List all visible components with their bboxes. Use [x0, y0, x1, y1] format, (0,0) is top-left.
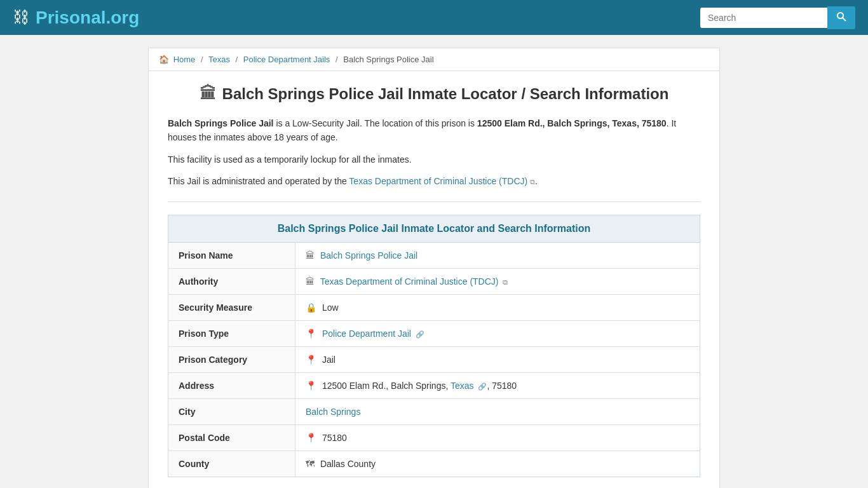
page-title-text: Balch Springs Police Jail Inmate Locator…	[222, 85, 669, 103]
label-county: County	[168, 451, 295, 477]
value-prison-category: 📍 Jail	[295, 346, 700, 372]
authority-link[interactable]: Texas Department of Criminal Justice (TD…	[349, 176, 527, 186]
address-street: 12500 Elam Rd., Balch Springs,	[322, 381, 451, 391]
authority-ext-icon: ⧉	[503, 278, 508, 286]
page-title: 🏛 Balch Springs Police Jail Inmate Locat…	[168, 84, 700, 104]
desc-paragraph-1: Balch Springs Police Jail is a Low-Secur…	[168, 116, 700, 145]
city-link[interactable]: Balch Springs	[306, 407, 360, 417]
label-address: Address	[168, 372, 295, 398]
breadcrumb: 🏠 Home / Texas / Police Department Jails…	[148, 48, 720, 71]
svg-line-1	[843, 18, 846, 21]
security-value: Low	[322, 302, 339, 313]
prison-name-bold: Balch Springs Police Jail	[168, 118, 274, 128]
value-prison-name: 🏛 Balch Springs Police Jail	[295, 243, 700, 269]
table-row: County 🗺 Dallas County	[168, 451, 700, 477]
section-divider	[168, 201, 700, 202]
label-prison-name: Prison Name	[168, 243, 295, 269]
desc1: is a Low-Security Jail. The location of …	[274, 118, 477, 128]
table-row: Prison Category 📍 Jail	[168, 346, 700, 372]
table-body: Prison Name 🏛 Balch Springs Police Jail …	[168, 243, 700, 477]
desc-paragraph-2: This facility is used as a temporarily l…	[168, 152, 700, 166]
table-row: Prison Type 📍 Police Department Jail 🔗	[168, 320, 700, 346]
value-security: 🔒 Low	[295, 294, 700, 320]
address-icon: 📍	[306, 381, 316, 391]
breadcrumb-sep1: /	[201, 55, 203, 64]
security-icon: 🔒	[306, 302, 316, 313]
site-header: ⛓ Prisonal.org	[0, 0, 868, 35]
table-row: Security Measure 🔒 Low	[168, 294, 700, 320]
breadcrumb-current: Balch Springs Police Jail	[343, 55, 433, 64]
label-prison-type: Prison Type	[168, 320, 295, 346]
breadcrumb-state[interactable]: Texas	[208, 55, 230, 64]
table-row: Authority 🏛 Texas Department of Criminal…	[168, 268, 700, 294]
breadcrumb-home[interactable]: Home	[173, 55, 196, 64]
main-container: 🏠 Home / Texas / Police Department Jails…	[148, 48, 720, 488]
table-header: Balch Springs Police Jail Inmate Locator…	[168, 215, 700, 243]
logo-name: Prisonal	[36, 8, 105, 27]
logo-area: ⛓ Prisonal.org	[13, 8, 139, 28]
search-button[interactable]	[827, 6, 855, 29]
table-row: City Balch Springs	[168, 398, 700, 424]
value-prison-type: 📍 Police Department Jail 🔗	[295, 320, 700, 346]
table-row: Postal Code 📍 75180	[168, 424, 700, 451]
svg-point-0	[837, 13, 843, 18]
prison-name-icon: 🏛	[306, 250, 315, 261]
label-city: City	[168, 398, 295, 424]
authority-table-link[interactable]: Texas Department of Criminal Justice (TD…	[320, 276, 499, 287]
address-zip: , 75180	[487, 381, 517, 391]
value-county: 🗺 Dallas County	[295, 451, 700, 477]
prison-category-icon: 📍	[306, 355, 316, 365]
value-postal: 📍 75180	[295, 424, 700, 451]
prison-type-icon: 📍	[306, 329, 316, 339]
breadcrumb-sep3: /	[336, 55, 338, 64]
label-postal: Postal Code	[168, 424, 295, 451]
prison-name-link[interactable]: Balch Springs Police Jail	[320, 250, 417, 261]
prison-category-value: Jail	[322, 355, 336, 365]
address-state-link[interactable]: Texas	[451, 381, 474, 391]
breadcrumb-sep2: /	[236, 55, 238, 64]
postal-icon: 📍	[306, 433, 316, 443]
desc-paragraph-3: This Jail is administrated and operated …	[168, 174, 700, 188]
authority-icon: 🏛	[306, 276, 315, 287]
search-icon	[836, 11, 846, 22]
desc4-pre: This Jail is administrated and operated …	[168, 176, 349, 186]
label-security: Security Measure	[168, 294, 295, 320]
search-area	[700, 6, 855, 29]
desc4-post: .	[535, 176, 538, 186]
label-authority: Authority	[168, 268, 295, 294]
search-input[interactable]	[700, 8, 827, 28]
logo-icon: ⛓	[13, 8, 29, 27]
value-authority: 🏛 Texas Department of Criminal Justice (…	[295, 268, 700, 294]
value-city: Balch Springs	[295, 398, 700, 424]
breadcrumb-category[interactable]: Police Department Jails	[243, 55, 330, 64]
logo-domain: .org	[105, 8, 139, 27]
ext-icon-desc: ⧉	[530, 178, 535, 186]
table-row: Address 📍 12500 Elam Rd., Balch Springs,…	[168, 372, 700, 398]
county-value: Dallas County	[320, 459, 376, 469]
county-icon: 🗺	[306, 459, 315, 469]
content-area: 🏛 Balch Springs Police Jail Inmate Locat…	[148, 71, 720, 488]
value-address: 📍 12500 Elam Rd., Balch Springs, Texas 🔗…	[295, 372, 700, 398]
info-table: Prison Name 🏛 Balch Springs Police Jail …	[168, 243, 700, 477]
home-icon: 🏠	[159, 55, 169, 64]
prison-type-link[interactable]: Police Department Jail	[322, 329, 411, 339]
postal-value: 75180	[322, 433, 347, 443]
address-map-icon: 🔗	[478, 383, 487, 390]
table-row: Prison Name 🏛 Balch Springs Police Jail	[168, 243, 700, 269]
table-section: Balch Springs Police Jail Inmate Locator…	[168, 215, 700, 477]
logo-text: Prisonal.org	[36, 8, 139, 28]
description-block: Balch Springs Police Jail is a Low-Secur…	[168, 116, 700, 189]
label-prison-category: Prison Category	[168, 346, 295, 372]
prison-type-link-icon: 🔗	[416, 330, 424, 338]
address-bold: 12500 Elam Rd., Balch Springs, Texas, 75…	[477, 118, 667, 128]
prison-title-icon: 🏛	[200, 84, 216, 104]
